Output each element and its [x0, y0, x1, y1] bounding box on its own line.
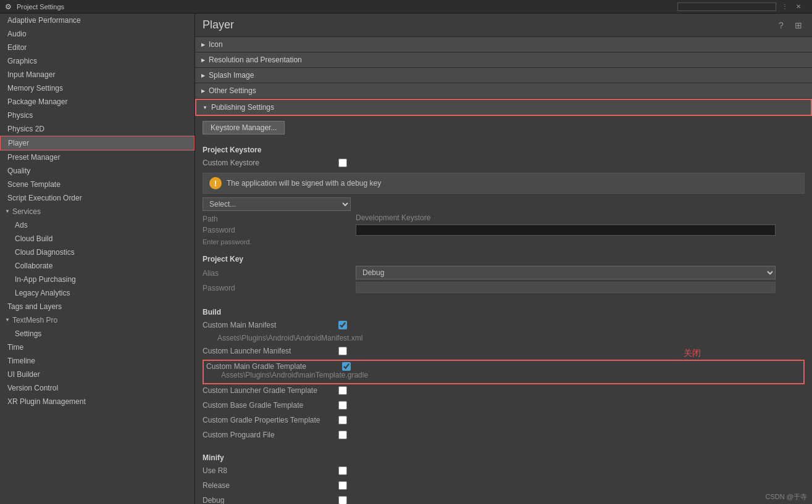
- help-icon[interactable]: ?: [775, 19, 787, 31]
- header-icons: ? ⊞: [775, 19, 805, 31]
- custom-gradle-properties-label: Custom Gradle Properties Template: [203, 416, 338, 424]
- resolution-section-label: Resolution and Presentation: [209, 56, 302, 64]
- custom-base-gradle-checkbox[interactable]: [338, 401, 347, 410]
- custom-proguard-checkbox[interactable]: [338, 431, 347, 439]
- project-key-title: Project Key: [203, 255, 805, 263]
- custom-main-gradle-label: Custom Main Gradle Template: [206, 362, 342, 371]
- custom-launcher-manifest-checkbox[interactable]: [338, 347, 347, 355]
- csdn-watermark: CSDN @于寺: [766, 492, 807, 502]
- alias-row: Alias Debug: [203, 266, 805, 279]
- sidebar-item-ads[interactable]: Ads: [0, 218, 195, 232]
- sidebar-item-settings[interactable]: Settings: [0, 327, 195, 341]
- section-resolution[interactable]: ▶ Resolution and Presentation: [195, 52, 812, 68]
- sidebar-item-xr-plugin-management[interactable]: XR Plugin Management: [0, 395, 195, 408]
- content-area: Player ? ⊞ ▶ Icon ▶ Resolution and Prese…: [195, 14, 812, 504]
- custom-base-gradle-row: Custom Base Gradle Template: [203, 399, 805, 411]
- publishing-section-label: Publishing Settings: [211, 103, 274, 112]
- more-options-btn[interactable]: ⋮: [780, 2, 790, 12]
- sidebar-item-quality[interactable]: Quality: [0, 164, 195, 178]
- publishing-section-triangle: ▼: [203, 105, 207, 110]
- use-r8-label: Use R8: [203, 466, 338, 475]
- sidebar-item-script-execution-order[interactable]: Script Execution Order: [0, 191, 195, 205]
- title-bar-title: Project Settings: [17, 3, 410, 10]
- custom-main-manifest-row: Custom Main Manifest: [203, 319, 805, 331]
- sidebar-item-graphics[interactable]: Graphics: [0, 54, 195, 68]
- debug-label: Debug: [203, 496, 338, 504]
- layout-icon[interactable]: ⊞: [792, 19, 805, 31]
- other-section-triangle: ▶: [201, 88, 205, 94]
- sidebar: Adaptive Performance Audio Editor Graphi…: [0, 14, 195, 504]
- password-input[interactable]: [356, 225, 776, 236]
- sidebar-item-physics[interactable]: Physics: [0, 109, 195, 122]
- section-splash[interactable]: ▶ Splash Image: [195, 68, 812, 83]
- sidebar-item-ui-builder[interactable]: UI Builder: [0, 368, 195, 381]
- debug-row: Debug: [203, 494, 805, 504]
- release-row: Release: [203, 479, 805, 492]
- sidebar-item-cloud-build[interactable]: Cloud Build: [0, 232, 195, 246]
- key-password-label: Password: [203, 283, 351, 292]
- sidebar-item-time[interactable]: Time: [0, 341, 195, 354]
- sidebar-item-physics-2d[interactable]: Physics 2D: [0, 122, 195, 136]
- sidebar-item-version-control[interactable]: Version Control: [0, 381, 195, 395]
- enter-password-hint: Enter password.: [203, 237, 805, 250]
- custom-main-gradle-path: Assets\Plugins\Android\mainTemplate.grad…: [206, 371, 801, 379]
- section-other-settings[interactable]: ▶ Other Settings: [195, 83, 812, 99]
- sidebar-item-tags-and-layers[interactable]: Tags and Layers: [0, 300, 195, 313]
- alias-select[interactable]: Debug: [356, 266, 776, 279]
- section-icon[interactable]: ▶ Icon: [195, 37, 812, 52]
- use-r8-row: Use R8: [203, 465, 805, 477]
- close-label-fixed: 关闭: [684, 348, 701, 359]
- sidebar-group-textmesh[interactable]: ▼ TextMesh Pro: [0, 313, 195, 327]
- key-password-row: Password: [203, 282, 805, 293]
- content-header: Player ? ⊞: [195, 14, 812, 37]
- other-section-label: Other Settings: [209, 86, 256, 95]
- sidebar-item-input-manager[interactable]: Input Manager: [0, 68, 195, 81]
- custom-proguard-label: Custom Proguard File: [203, 431, 338, 439]
- sidebar-item-legacy-analytics[interactable]: Legacy Analytics: [0, 286, 195, 300]
- search-input[interactable]: [677, 2, 776, 11]
- debug-checkbox[interactable]: [338, 496, 347, 504]
- title-bar-icon: ⚙: [5, 2, 14, 11]
- sidebar-item-in-app-purchasing[interactable]: In-App Purchasing: [0, 273, 195, 286]
- custom-main-gradle-section: Custom Main Gradle Template Assets\Plugi…: [203, 360, 805, 384]
- custom-main-gradle-checkbox[interactable]: [342, 362, 351, 371]
- keystore-select[interactable]: Select...: [203, 197, 351, 211]
- keystore-manager-button[interactable]: Keystore Manager...: [203, 121, 285, 134]
- keystore-select-row: Select...: [203, 197, 805, 211]
- sidebar-item-editor[interactable]: Editor: [0, 41, 195, 54]
- path-value: Development Keystore: [356, 213, 805, 223]
- textmesh-triangle: ▼: [5, 315, 10, 326]
- sidebar-item-timeline[interactable]: Timeline: [0, 354, 195, 368]
- sidebar-item-adaptive-performance[interactable]: Adaptive Performance: [0, 14, 195, 27]
- sidebar-item-scene-template[interactable]: Scene Template: [0, 178, 195, 191]
- sidebar-item-player[interactable]: Player: [0, 136, 195, 151]
- warning-text: The application will be signed with a de…: [227, 179, 381, 188]
- alias-label: Alias: [203, 268, 351, 278]
- sidebar-item-audio[interactable]: Audio: [0, 27, 195, 41]
- sidebar-item-cloud-diagnostics[interactable]: Cloud Diagnostics: [0, 246, 195, 259]
- custom-keystore-row: Custom Keystore: [203, 157, 805, 169]
- minify-title: Minify: [203, 453, 805, 462]
- sidebar-item-collaborate[interactable]: Collaborate: [0, 259, 195, 273]
- custom-main-gradle-row: Custom Main Gradle Template: [206, 362, 801, 371]
- release-label: Release: [203, 481, 338, 490]
- custom-launcher-manifest-label: Custom Launcher Manifest: [203, 347, 338, 355]
- section-publishing-settings[interactable]: ▼ Publishing Settings: [195, 99, 812, 116]
- title-bar: ⚙ Project Settings ⋮ ✕: [0, 0, 812, 14]
- path-label: Path: [203, 213, 351, 223]
- release-checkbox[interactable]: [338, 481, 347, 490]
- use-r8-checkbox[interactable]: [338, 466, 347, 475]
- key-password-input[interactable]: [356, 282, 776, 293]
- custom-keystore-label: Custom Keystore: [203, 159, 338, 167]
- sidebar-item-preset-manager[interactable]: Preset Manager: [0, 151, 195, 164]
- custom-main-manifest-checkbox[interactable]: [338, 321, 347, 329]
- custom-launcher-gradle-checkbox[interactable]: [338, 386, 347, 395]
- services-triangle: ▼: [5, 206, 10, 217]
- custom-keystore-checkbox[interactable]: [338, 159, 347, 167]
- close-btn[interactable]: ✕: [793, 2, 803, 12]
- custom-gradle-properties-checkbox[interactable]: [338, 416, 347, 424]
- custom-proguard-row: Custom Proguard File: [203, 429, 805, 441]
- sidebar-item-package-manager[interactable]: Package Manager: [0, 95, 195, 109]
- sidebar-group-services[interactable]: ▼ Services: [0, 205, 195, 218]
- sidebar-item-memory-settings[interactable]: Memory Settings: [0, 81, 195, 95]
